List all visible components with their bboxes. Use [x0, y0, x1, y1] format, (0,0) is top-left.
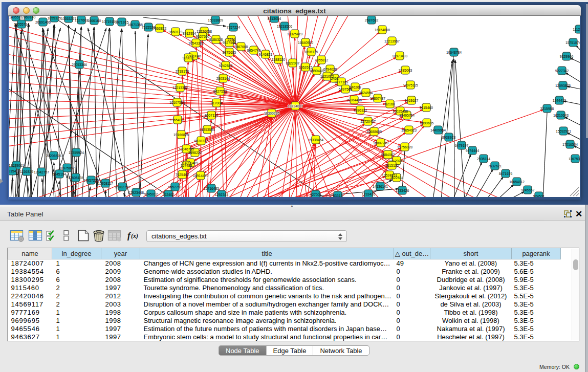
svg-text:14136141: 14136141: [373, 185, 388, 188]
svg-text:15716485: 15716485: [204, 187, 219, 190]
svg-text:1527602: 1527602: [75, 18, 89, 22]
svg-text:10975867: 10975867: [59, 166, 75, 170]
svg-text:1055325: 1055325: [48, 16, 61, 20]
svg-text:19654923: 19654923: [401, 128, 417, 132]
svg-text:8875685: 8875685: [223, 51, 236, 54]
svg-text:7955812: 7955812: [315, 58, 329, 62]
svg-text:10654112: 10654112: [509, 180, 525, 184]
svg-text:10553257: 10553257: [61, 17, 76, 20]
svg-text:12942757: 12942757: [34, 170, 49, 174]
svg-text:10107554: 10107554: [169, 101, 185, 104]
svg-text:10648784: 10648784: [446, 51, 462, 54]
svg-text:7625402: 7625402: [176, 173, 189, 177]
svg-text:20691406: 20691406: [35, 20, 51, 24]
svg-text:8878332: 8878332: [194, 139, 208, 143]
svg-text:15692971: 15692971: [556, 129, 571, 133]
svg-text:12975115: 12975115: [403, 83, 418, 87]
svg-text:3522534: 3522534: [390, 176, 404, 180]
svg-text:1733426: 1733426: [396, 189, 409, 192]
svg-text:17359924: 17359924: [69, 151, 84, 155]
svg-text:10120746: 10120746: [389, 159, 404, 163]
svg-text:29053346: 29053346: [72, 63, 87, 67]
svg-text:16671355: 16671355: [127, 23, 143, 27]
svg-text:9146821: 9146821: [259, 53, 273, 56]
svg-text:17016504: 17016504: [562, 143, 578, 146]
svg-text:18807249: 18807249: [373, 141, 388, 145]
svg-text:9684067: 9684067: [381, 153, 395, 157]
svg-text:1145194: 1145194: [53, 172, 66, 176]
svg-text:12505135: 12505135: [68, 176, 83, 180]
svg-text:9245652: 9245652: [521, 188, 535, 192]
svg-text:10973493: 10973493: [392, 54, 407, 58]
svg-text:9242848: 9242848: [219, 64, 233, 68]
svg-text:8813054: 8813054: [268, 17, 281, 20]
svg-text:3624554: 3624554: [359, 91, 373, 95]
svg-text:8471676: 8471676: [499, 172, 513, 176]
svg-text:1696175: 1696175: [304, 50, 318, 54]
svg-text:1615132: 1615132: [385, 164, 399, 167]
svg-text:12213967: 12213967: [384, 39, 400, 43]
svg-text:391541: 391541: [9, 169, 18, 173]
svg-text:1112753: 1112753: [573, 28, 580, 31]
svg-text:10025438: 10025438: [393, 110, 408, 113]
svg-text:1588520: 1588520: [272, 58, 286, 61]
svg-text:1167533: 1167533: [569, 157, 580, 161]
svg-text:13325419: 13325419: [287, 32, 302, 36]
svg-text:7485003: 7485003: [399, 69, 412, 72]
svg-text:1292344: 1292344: [215, 193, 229, 196]
svg-text:12213382: 12213382: [172, 86, 188, 90]
svg-text:2687682: 2687682: [365, 18, 379, 22]
svg-text:9527508: 9527508: [223, 41, 236, 45]
svg-text:18300295: 18300295: [264, 112, 279, 115]
svg-text:8899695: 8899695: [420, 121, 434, 125]
svg-text:19756928: 19756928: [397, 145, 412, 149]
svg-text:2867608: 2867608: [234, 45, 248, 49]
svg-text:8322037: 8322037: [286, 61, 300, 65]
svg-text:19166825: 19166825: [173, 133, 189, 137]
svg-text:16210643: 16210643: [553, 114, 569, 117]
svg-text:11353594: 11353594: [200, 128, 215, 132]
svg-text:7357224: 7357224: [227, 26, 241, 29]
svg-text:762402: 762402: [163, 193, 175, 196]
svg-text:7386322: 7386322: [354, 108, 367, 112]
svg-text:2718170: 2718170: [176, 70, 189, 73]
svg-text:157483: 157483: [181, 164, 192, 167]
svg-text:10543382: 10543382: [188, 41, 204, 45]
svg-text:19218506: 19218506: [277, 25, 292, 28]
svg-text:9527500: 9527500: [196, 35, 210, 38]
svg-text:8990448: 8990448: [310, 69, 324, 73]
svg-text:9660123: 9660123: [169, 30, 183, 34]
svg-text:1156829: 1156829: [20, 170, 33, 173]
svg-text:16782759: 16782759: [115, 185, 130, 189]
svg-text:83313: 83313: [333, 194, 343, 198]
svg-text:7663822: 7663822: [153, 27, 167, 30]
svg-text:2935114: 2935114: [477, 157, 490, 161]
svg-text:2069140: 2069140: [22, 16, 36, 19]
svg-text:20364436: 20364436: [346, 98, 362, 102]
svg-text:12093873: 12093873: [555, 84, 571, 87]
svg-text:14409954: 14409954: [430, 128, 446, 132]
svg-text:917004: 917004: [211, 101, 223, 105]
svg-text:16033809: 16033809: [208, 18, 223, 22]
svg-text:9245012: 9245012: [144, 192, 158, 196]
svg-text:8938923: 8938923: [442, 136, 456, 139]
svg-text:9115460: 9115460: [420, 106, 433, 110]
svg-text:1733426: 1733426: [362, 192, 376, 196]
svg-text:16914479: 16914479: [193, 174, 208, 178]
svg-text:3498222: 3498222: [188, 151, 202, 155]
svg-text:927001: 927001: [310, 193, 322, 196]
svg-text:9657791: 9657791: [168, 185, 182, 189]
svg-text:14055714: 14055714: [14, 23, 29, 26]
svg-text:(x): (x): [131, 232, 138, 239]
svg-text:6497568: 6497568: [339, 87, 353, 91]
svg-text:8067110: 8067110: [205, 114, 218, 117]
svg-text:6479197: 6479197: [455, 144, 469, 147]
svg-text:62160: 62160: [385, 102, 395, 106]
svg-text:13226058: 13226058: [197, 30, 212, 33]
svg-text:15720407: 15720407: [360, 120, 376, 123]
svg-text:8427552: 8427552: [213, 90, 227, 93]
svg-text:16640910: 16640910: [298, 41, 313, 45]
svg-text:1244415: 1244415: [553, 99, 567, 102]
svg-text:18539061: 18539061: [9, 164, 24, 167]
svg-text:3215958: 3215958: [540, 107, 554, 111]
